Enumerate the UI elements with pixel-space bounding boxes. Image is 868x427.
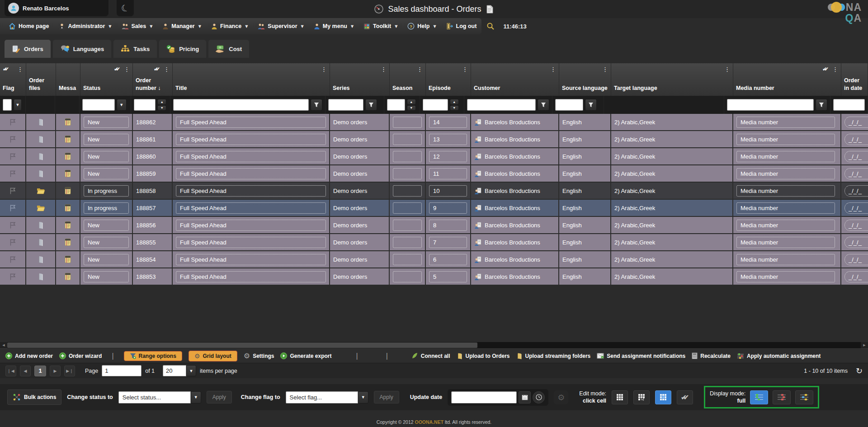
series-cell[interactable]: Demo orders [330,234,390,250]
order-number-filter-input[interactable] [134,99,156,111]
order-number-cell[interactable]: 188862 [133,114,173,130]
season-cell[interactable] [390,114,426,130]
user-menu[interactable]: Renato Barcelos [5,0,108,16]
series-cell[interactable]: Demo orders [330,183,390,199]
source-language-cell[interactable]: English [559,234,611,250]
table-row[interactable]: New 188861 Full Speed Ahead Demo orders … [0,131,868,148]
target-language-cell[interactable]: 2) Arabic,Greek [611,217,733,233]
edit-mode-grid-button[interactable] [612,390,628,404]
customer-cell[interactable]: Barcelos Broductions [471,165,559,182]
status-cell[interactable]: New [80,268,133,285]
flag-filter-input[interactable] [3,99,12,111]
order-files-cell[interactable] [26,131,56,147]
select-all-icon[interactable]: ✔✔ [154,66,160,72]
column-header-media-number[interactable]: ✔✔⋮ Media number [733,63,841,96]
order-files-cell[interactable] [26,200,56,216]
source-language-cell[interactable]: English [559,114,611,130]
title-cell[interactable]: Full Speed Ahead [173,268,330,285]
title-cell[interactable]: Full Speed Ahead [173,148,330,164]
column-menu-icon[interactable]: ⋮ [17,66,23,73]
column-header-order-in-date[interactable]: Order in date [841,63,868,96]
source-language-cell[interactable]: English [559,148,611,164]
scrollbar-thumb[interactable] [7,343,477,348]
messages-cell[interactable] [56,234,80,250]
season-cell[interactable] [390,131,426,147]
customer-cell[interactable]: Barcelos Broductions [471,183,559,199]
title-filter-funnel-button[interactable] [311,99,322,111]
series-cell[interactable]: Demo orders [330,114,390,130]
episode-cell[interactable]: 11 [426,165,471,182]
menu-item-sales[interactable]: Sales▼ [118,21,157,32]
episode-spin-up-button[interactable]: ▲ [450,99,459,105]
table-row[interactable]: New 188853 Full Speed Ahead Demo orders … [0,268,868,286]
title-cell[interactable]: Full Speed Ahead [173,165,330,182]
episode-cell[interactable]: 12 [426,148,471,164]
order-in-date-cell[interactable]: _/_/_ [841,251,868,267]
column-header-order-number[interactable]: ✔✔⋮ Order number ↓ [133,63,173,96]
flag-cell[interactable] [0,234,26,250]
page-size-dropdown-button[interactable]: ▼ [186,365,196,376]
table-row[interactable]: New 188856 Full Speed Ahead Demo orders … [0,217,868,234]
episode-cell[interactable]: 13 [426,131,471,147]
customer-cell[interactable]: Barcelos Broductions [471,217,559,233]
series-cell[interactable]: Demo orders [330,268,390,285]
status-cell[interactable]: In progress [80,183,133,199]
column-header-order-files[interactable]: Order files [26,63,56,96]
table-row[interactable]: New 188855 Full Speed Ahead Demo orders … [0,234,868,251]
flag-cell[interactable] [0,200,26,216]
title-cell[interactable]: Full Speed Ahead [173,217,330,233]
target-language-cell[interactable]: 2) Arabic,Greek [611,268,733,285]
media-number-cell[interactable]: Media number [733,148,841,164]
select-all-icon[interactable]: ✔✔ [3,66,9,72]
episode-cell[interactable]: 14 [426,114,471,130]
target-language-cell[interactable]: 2) Arabic,Greek [611,200,733,216]
table-row[interactable]: New 188860 Full Speed Ahead Demo orders … [0,148,868,165]
target-language-cell[interactable]: 2) Arabic,Greek [611,234,733,250]
season-filter-input[interactable] [387,99,405,111]
title-cell[interactable]: Full Speed Ahead [173,234,330,250]
customer-cell[interactable]: Barcelos Broductions [471,114,559,130]
column-menu-icon[interactable]: ⋮ [381,66,387,73]
media-number-cell[interactable]: Media number [733,114,841,130]
title-cell[interactable]: Full Speed Ahead [173,131,330,147]
column-header-target-language[interactable]: ⋮ Target language [611,63,733,96]
column-menu-icon[interactable]: ⋮ [724,66,730,73]
order-number-spin-down-button[interactable]: ▼ [157,105,166,111]
media-number-filter-funnel-button[interactable] [816,99,827,111]
status-cell[interactable]: In progress [80,200,133,216]
flag-cell[interactable] [0,114,26,130]
edit-mode-click-row-button[interactable] [633,390,650,404]
send-assignment-notifications-button[interactable]: Send assignment notifications [597,353,685,359]
target-language-cell[interactable]: 2) Arabic,Greek [611,165,733,182]
title-cell[interactable]: Full Speed Ahead [173,114,330,130]
refresh-icon[interactable]: ↻ [856,366,863,375]
recalculate-button[interactable]: Recalculate [692,352,731,359]
season-cell[interactable] [390,234,426,250]
flag-cell[interactable] [0,131,26,147]
order-files-cell[interactable] [26,268,56,285]
messages-cell[interactable] [56,131,80,147]
title-cell[interactable]: Full Speed Ahead [173,251,330,267]
select-flag-dropdown-button[interactable]: ▼ [358,391,368,404]
column-header-source-language[interactable]: ⋮ Source language [559,63,611,96]
order-number-cell[interactable]: 188855 [133,234,173,250]
order-in-date-cell[interactable]: _/_/_ [841,200,868,216]
column-header-customer[interactable]: ⋮ Customer [471,63,559,96]
source-language-filter-funnel-button[interactable] [585,99,597,111]
order-number-cell[interactable]: 188854 [133,251,173,267]
first-page-button[interactable]: ❘◀ [5,366,16,376]
customer-cell[interactable]: Barcelos Broductions [471,268,559,285]
upload-to-orders-button[interactable]: Upload to Orders [457,352,510,360]
series-filter-funnel-button[interactable] [365,99,377,111]
messages-cell[interactable] [56,183,80,199]
page-1-button[interactable]: 1 [34,366,46,376]
season-spin-up-button[interactable]: ▲ [407,99,416,105]
order-number-cell[interactable]: 188853 [133,268,173,285]
menu-item-log-out[interactable]: Log out [442,20,481,32]
copy-page-icon[interactable] [486,5,494,14]
column-menu-icon[interactable]: ⋮ [164,66,170,73]
tab-cost[interactable]: Cost [208,40,249,58]
menu-item-administrator[interactable]: Administrator▼ [55,21,115,32]
calendar-button[interactable] [519,391,531,404]
title-cell[interactable]: Full Speed Ahead [173,200,330,216]
